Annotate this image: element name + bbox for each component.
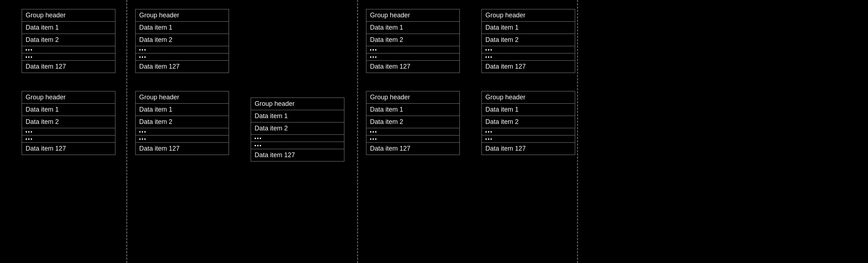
data-item-2: Data item 2 <box>482 116 575 128</box>
column-3: Group header Data item 1 Data item 2 Dat… <box>243 5 359 258</box>
ellipsis-row-2 <box>251 142 344 149</box>
ellipsis-row-2 <box>136 135 229 143</box>
dot-5 <box>28 56 30 58</box>
data-item-127: Data item 127 <box>482 61 575 73</box>
page-container: Group header Data item 1 Data item 2 Dat… <box>0 0 868 263</box>
ellipsis-row <box>251 135 344 142</box>
data-item-127: Data item 127 <box>136 61 229 73</box>
data-item-1: Data item 1 <box>366 22 459 34</box>
data-item-2: Data item 2 <box>482 34 575 46</box>
group-box: Group header Data item 1 Data item 2 Dat… <box>135 9 229 73</box>
group-box: Group header Data item 1 Data item 2 Dat… <box>366 91 460 155</box>
group-header: Group header <box>482 91 575 104</box>
data-item-127: Data item 127 <box>366 61 459 73</box>
ellipsis-row-2 <box>482 135 575 143</box>
data-item-2: Data item 2 <box>22 116 115 128</box>
data-item-1: Data item 1 <box>482 104 575 116</box>
data-item-127: Data item 127 <box>482 143 575 155</box>
dot-1 <box>26 49 27 51</box>
data-item-1: Data item 1 <box>482 22 575 34</box>
divider-3 <box>577 0 578 263</box>
dot-6 <box>31 56 32 58</box>
group-header: Group header <box>136 9 229 22</box>
data-item-2: Data item 2 <box>251 122 344 135</box>
group-box: Group header Data item 1 Data item 2 Dat… <box>135 91 229 155</box>
group-box: Group header Data item 1 Data item 2 Dat… <box>251 98 344 161</box>
group-header: Group header <box>136 91 229 104</box>
group-header: Group header <box>366 91 459 104</box>
group-box: Group header Data item 1 Data item 2 Dat… <box>481 9 575 73</box>
dot-2 <box>28 49 30 51</box>
dot-4 <box>26 56 27 58</box>
ellipsis-row-2 <box>22 53 115 61</box>
group-header: Group header <box>251 98 344 110</box>
ellipsis-row <box>366 46 459 53</box>
group-box: Group header Data item 1 Data item 2 Dat… <box>366 9 460 73</box>
column-5: Group header Data item 1 Data item 2 Dat… <box>474 5 590 258</box>
column-1: Group header Data item 1 Data item 2 Dat… <box>0 5 128 258</box>
column-4: Group header Data item 1 Data item 2 Dat… <box>359 5 474 258</box>
data-item-127: Data item 127 <box>366 143 459 155</box>
data-item-127: Data item 127 <box>251 149 344 161</box>
dot-3 <box>31 49 32 51</box>
data-item-1: Data item 1 <box>22 104 115 116</box>
group-box: Group header Data item 1 Data item 2 Dat… <box>22 9 115 73</box>
divider-1 <box>126 0 127 263</box>
ellipsis-row <box>366 128 459 135</box>
empty-space <box>251 9 352 79</box>
group-header: Group header <box>22 91 115 104</box>
data-item-2: Data item 2 <box>136 34 229 46</box>
data-item-1: Data item 1 <box>136 104 229 116</box>
ellipsis-row-2 <box>482 53 575 61</box>
data-item-1: Data item 1 <box>251 110 344 122</box>
ellipsis-row <box>136 46 229 53</box>
data-item-127: Data item 127 <box>22 143 115 155</box>
ellipsis-row-2 <box>366 135 459 143</box>
group-header: Group header <box>366 9 459 22</box>
data-item-127: Data item 127 <box>22 61 115 73</box>
ellipsis-row-2 <box>136 53 229 61</box>
ellipsis-row-2 <box>366 53 459 61</box>
ellipsis-row <box>482 46 575 53</box>
ellipsis-row <box>22 46 115 53</box>
data-item-2: Data item 2 <box>366 34 459 46</box>
ellipsis-row <box>136 128 229 135</box>
group-box: Group header Data item 1 Data item 2 Dat… <box>481 91 575 155</box>
ellipsis-row <box>22 128 115 135</box>
data-item-2: Data item 2 <box>366 116 459 128</box>
data-item-2: Data item 2 <box>136 116 229 128</box>
divider-2 <box>357 0 358 263</box>
group-box: Group header Data item 1 Data item 2 Dat… <box>22 91 115 155</box>
group-header: Group header <box>22 9 115 22</box>
ellipsis-row <box>482 128 575 135</box>
data-item-1: Data item 1 <box>22 22 115 34</box>
ellipsis-row-2 <box>22 135 115 143</box>
group-header: Group header <box>482 9 575 22</box>
column-2: Group header Data item 1 Data item 2 Dat… <box>128 5 243 258</box>
data-item-1: Data item 1 <box>136 22 229 34</box>
data-item-1: Data item 1 <box>366 104 459 116</box>
data-item-127: Data item 127 <box>136 143 229 155</box>
data-item-2: Data item 2 <box>22 34 115 46</box>
